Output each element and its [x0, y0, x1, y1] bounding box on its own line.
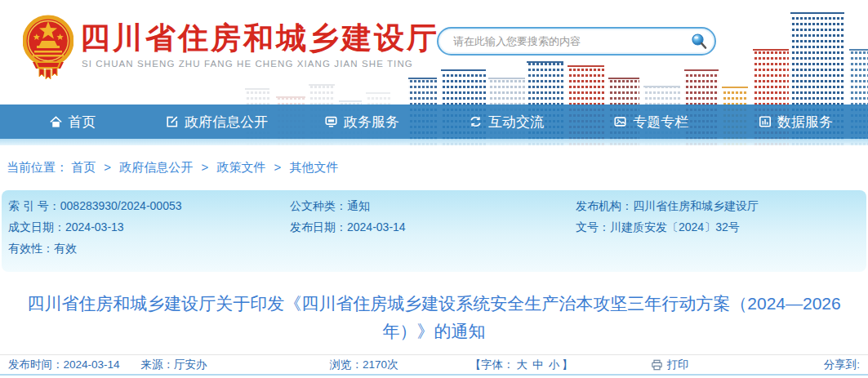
- share-button[interactable]: 分享到:: [824, 358, 860, 372]
- breadcrumb-separator: >: [201, 160, 208, 174]
- data-services-icon: [759, 115, 772, 128]
- nav-item-gov-services[interactable]: 政务服务: [289, 105, 434, 139]
- breadcrumb-separator: >: [104, 160, 111, 174]
- nav-item-topics[interactable]: 专题专栏: [579, 105, 723, 139]
- nav-item-info-disclosure[interactable]: 政府信息公开: [145, 105, 289, 139]
- meta-doc-number: 文号：川建质安发〔2024〕32号: [576, 220, 866, 242]
- nav-label: 专题专栏: [633, 113, 688, 131]
- nav-label: 数据服务: [777, 113, 833, 131]
- site-title: 四川省住房和城乡建设厅: [80, 18, 439, 59]
- nav-label: 互动交流: [488, 113, 544, 131]
- main-nav: 首页 政府信息公开 政务服务 互动交流 专题专栏: [0, 105, 868, 139]
- breadcrumb-link-other-docs[interactable]: 其他文件: [290, 160, 339, 174]
- font-size-small-button[interactable]: 小: [549, 358, 560, 371]
- search-box: [437, 27, 716, 56]
- breadcrumb-link-home[interactable]: 首页: [71, 160, 96, 174]
- nav-label: 政府信息公开: [185, 113, 268, 131]
- font-size-large-button[interactable]: 大: [517, 358, 528, 371]
- meta-written-date: 成文日期：2024-03-13: [8, 220, 290, 242]
- meta-publish-date: 发布日期：2024-03-14: [290, 220, 576, 242]
- search-input[interactable]: [438, 35, 687, 47]
- meta-index-number: 索 引 号：008283930/2024-00053: [8, 199, 290, 220]
- search-icon: [689, 32, 709, 51]
- meta-validity: 有效性：有效: [8, 242, 290, 263]
- breadcrumb: 当前位置： 首页 > 政府信息公开 > 政策文件 > 其他文件: [0, 145, 868, 185]
- home-icon: [49, 115, 63, 129]
- document-meta-panel: 索 引 号：008283930/2024-00053 公文种类：通知 发布机构：…: [2, 190, 866, 272]
- gov-services-icon: [324, 115, 338, 128]
- nav-item-interaction[interactable]: 互动交流: [434, 105, 579, 139]
- breadcrumb-link-info-disclosure[interactable]: 政府信息公开: [119, 160, 193, 174]
- breadcrumb-separator: >: [274, 160, 282, 174]
- nav-bottom-strip: [0, 139, 868, 145]
- info-disclosure-icon: [166, 115, 179, 128]
- printer-icon: [651, 359, 663, 371]
- site-header: 四川省住房和城乡建设厅 SI CHUAN SHENG ZHU FANG HE C…: [0, 0, 868, 145]
- font-size-medium-button[interactable]: 中: [532, 358, 544, 371]
- breadcrumb-link-policy-docs[interactable]: 政策文件: [216, 160, 265, 174]
- nav-item-home[interactable]: 首页: [0, 105, 145, 139]
- site-title-pinyin: SI CHUAN SHENG ZHU FANG HE CHENG XIANG J…: [82, 59, 413, 69]
- topics-icon: [613, 115, 627, 128]
- print-button[interactable]: 打印: [651, 358, 689, 372]
- nav-label: 政务服务: [344, 113, 399, 131]
- publish-time: 发布时间：2024-03-14: [8, 358, 120, 372]
- interaction-icon: [469, 115, 483, 128]
- breadcrumb-label: 当前位置：: [7, 160, 68, 174]
- article-info-bar: 发布时间：2024-03-14 来源：厅安办 浏览：2170次 【字体：大中小】…: [0, 354, 868, 376]
- view-count: 浏览：2170次: [330, 358, 398, 372]
- nav-item-data-services[interactable]: 数据服务: [723, 105, 868, 139]
- article-title: 四川省住房和城乡建设厅关于印发《四川省住房城乡建设系统安全生产治本攻坚三年行动方…: [14, 290, 855, 345]
- meta-issuing-agency: 发布机构：四川省住房和城乡建设厅: [576, 199, 866, 220]
- font-size-control: 【字体：大中小】: [470, 358, 573, 372]
- national-emblem-logo: [23, 11, 73, 85]
- meta-doc-type: 公文种类：通知: [290, 199, 576, 220]
- search-button[interactable]: [687, 29, 711, 54]
- nav-label: 首页: [69, 113, 96, 131]
- article-source: 来源：厅安办: [141, 358, 207, 372]
